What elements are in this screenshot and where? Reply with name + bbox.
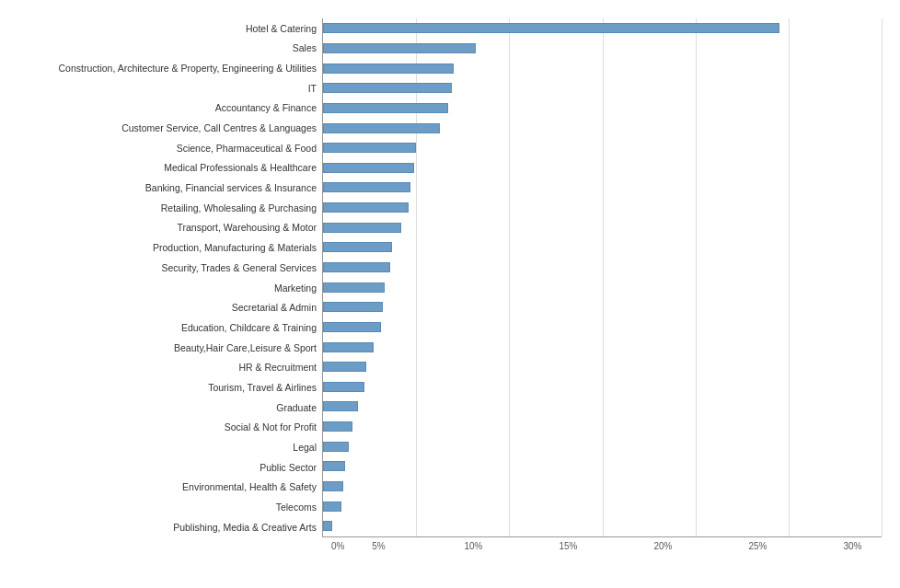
bar-label: IT	[9, 84, 317, 94]
bar-label: Accountancy & Finance	[9, 103, 317, 113]
bar-label: Beauty,Hair Care,Leisure & Sport	[9, 343, 317, 353]
bar-label: Environmental, Health & Safety	[9, 482, 317, 492]
bar	[323, 302, 383, 312]
x-axis-label: 25%	[710, 541, 805, 551]
bar-label: Public Sector	[9, 463, 317, 473]
x-axis-label: 20%	[616, 541, 710, 551]
bar	[323, 202, 409, 213]
bar	[323, 481, 343, 491]
bar-label: Security, Trades & General Services	[9, 263, 317, 273]
bar-row	[323, 101, 882, 114]
bar	[323, 362, 366, 372]
bar	[323, 223, 401, 233]
bar-row	[323, 320, 882, 333]
bar-label: Graduate	[9, 403, 317, 413]
bar	[323, 382, 364, 392]
x-axis-label: 5%	[331, 541, 426, 551]
bar	[323, 262, 390, 272]
bars-area	[322, 18, 882, 537]
bar-row	[323, 340, 882, 353]
bar	[323, 63, 454, 74]
grid-line	[416, 18, 417, 536]
bar-row	[323, 380, 882, 393]
bar-row	[323, 82, 882, 95]
bar-row	[323, 181, 882, 194]
bar-row	[323, 440, 882, 453]
grid-lines	[323, 18, 882, 536]
bar-label: Construction, Architecture & Property, E…	[9, 63, 317, 74]
bar	[323, 143, 416, 153]
bar-label: Production, Manufacturing & Materials	[9, 243, 317, 253]
x-axis-label: 10%	[426, 541, 521, 551]
bar-row	[323, 361, 882, 374]
bar	[323, 23, 779, 33]
bar	[323, 322, 381, 332]
bar-row	[323, 41, 882, 54]
bar-label: Social & Not for Profit	[9, 422, 317, 432]
grid-line	[882, 18, 883, 536]
bar	[323, 342, 374, 352]
bar	[323, 83, 452, 93]
bar-label: HR & Recruitment	[9, 363, 317, 373]
bar-row	[323, 241, 882, 254]
bar-row	[323, 202, 882, 214]
bar-row	[323, 62, 882, 75]
bar-row	[323, 142, 882, 155]
bar	[323, 163, 414, 173]
labels-column: Hotel & CateringSalesConstruction, Archi…	[9, 18, 322, 537]
grid-line	[696, 18, 697, 536]
bar-label: Retailing, Wholesaling & Purchasing	[9, 203, 317, 213]
bar	[323, 442, 349, 452]
grid-line	[509, 18, 510, 536]
bar	[323, 521, 332, 531]
bar-row	[323, 261, 882, 274]
bar-label: Telecoms	[9, 502, 317, 513]
bar	[323, 502, 341, 512]
bar-row	[323, 301, 882, 314]
bar-label: Legal	[9, 443, 317, 453]
bar-row	[323, 460, 882, 473]
bar	[323, 123, 440, 133]
bar-row	[323, 421, 882, 433]
bar-row	[323, 281, 882, 294]
bar-row	[323, 520, 882, 533]
bar	[323, 182, 410, 192]
chart-area: Hotel & CateringSalesConstruction, Archi…	[9, 18, 882, 537]
bar-label: Marketing	[9, 283, 317, 294]
bar	[323, 401, 358, 411]
bar	[323, 421, 352, 432]
bar-row	[323, 221, 882, 234]
bar	[323, 242, 392, 252]
bar-label: Sales	[9, 43, 317, 53]
bar-row	[323, 480, 882, 493]
bar	[323, 461, 345, 471]
bar	[323, 282, 385, 293]
bar-row	[323, 400, 882, 413]
x-axis-label: 15%	[521, 541, 616, 551]
x-axis-label: 30%	[805, 541, 900, 551]
bar-label: Customer Service, Call Centres & Languag…	[9, 123, 317, 133]
bar-label: Publishing, Media & Creative Arts	[9, 523, 317, 533]
bar-label: Science, Pharmaceutical & Food	[9, 144, 317, 154]
grid-line	[603, 18, 604, 536]
bar-row	[323, 500, 882, 513]
bar-label: Tourism, Travel & Airlines	[9, 383, 317, 393]
bar	[323, 43, 476, 53]
bar-label: Banking, Financial services & Insurance	[9, 183, 317, 193]
bar-label: Secretarial & Admin	[9, 303, 317, 313]
bar-row	[323, 161, 882, 174]
bar-label: Education, Childcare & Training	[9, 323, 317, 333]
bar-label: Hotel & Catering	[9, 24, 317, 34]
grid-line	[789, 18, 790, 536]
bar	[323, 103, 448, 113]
chart-container: Hotel & CateringSalesConstruction, Archi…	[0, 0, 900, 588]
bar-label: Transport, Warehousing & Motor	[9, 223, 317, 233]
bar-row	[323, 121, 882, 134]
bar-label: Medical Professionals & Healthcare	[9, 163, 317, 173]
bar-row	[323, 22, 882, 35]
x-axis-labels: 0%5%10%15%20%25%30%	[331, 541, 900, 551]
